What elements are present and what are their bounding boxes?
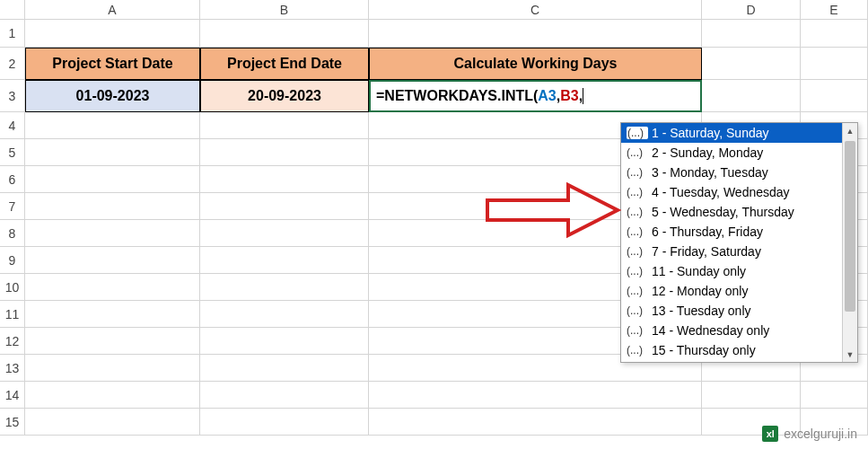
const-icon: (...) <box>627 304 648 317</box>
scroll-down-button[interactable]: ▼ <box>843 347 857 362</box>
column-header-D[interactable]: D <box>702 0 801 20</box>
dropdown-scrollbar[interactable]: ▲ ▼ <box>842 123 857 362</box>
dropdown-option-label: 6 - Thursday, Friday <box>652 224 763 239</box>
row-header-15[interactable]: 15 <box>0 409 25 436</box>
column-header-C[interactable]: C <box>369 0 702 20</box>
dropdown-option[interactable]: (...)4 - Tuesday, Wednesday <box>621 182 842 202</box>
dropdown-option-label: 14 - Wednesday only <box>652 323 769 338</box>
dropdown-option-label: 2 - Sunday, Monday <box>652 145 763 160</box>
column-header-A[interactable]: A <box>25 0 200 20</box>
cell-B6[interactable] <box>200 166 369 193</box>
cell-A11[interactable] <box>25 301 200 328</box>
header-project-start[interactable]: Project Start Date <box>25 48 200 80</box>
cell-C15[interactable] <box>369 409 702 436</box>
cell-A8[interactable] <box>25 220 200 247</box>
dropdown-option[interactable]: (...)6 - Thursday, Friday <box>621 222 842 242</box>
dropdown-option[interactable]: (...)15 - Thursday only <box>621 340 842 360</box>
cell-B5[interactable] <box>200 139 369 166</box>
dropdown-option[interactable]: (...)5 - Wednesday, Thursday <box>621 202 842 222</box>
cell-D2[interactable] <box>702 48 801 80</box>
cell-B1[interactable] <box>200 20 369 48</box>
row-header-6[interactable]: 6 <box>0 166 25 193</box>
cell-A15[interactable] <box>25 409 200 436</box>
dropdown-option-label: 12 - Monday only <box>652 284 748 298</box>
scroll-up-button[interactable]: ▲ <box>843 123 857 138</box>
cell-B14[interactable] <box>200 382 369 409</box>
cell-B11[interactable] <box>200 301 369 328</box>
watermark: xl excelguruji.in <box>762 426 857 442</box>
cell-A13[interactable] <box>25 355 200 382</box>
row-header-14[interactable]: 14 <box>0 382 25 409</box>
cell-D3[interactable] <box>702 80 801 112</box>
watermark-text: excelguruji.in <box>784 427 857 441</box>
row-header-11[interactable]: 11 <box>0 301 25 328</box>
header-project-end[interactable]: Project End Date <box>200 48 369 80</box>
dropdown-option-label: 11 - Sunday only <box>652 264 746 278</box>
row-header-2[interactable]: 2 <box>0 48 25 80</box>
cell-A10[interactable] <box>25 274 200 301</box>
cell-E1[interactable] <box>801 20 868 48</box>
cell-C1[interactable] <box>369 20 702 48</box>
row-header-1[interactable]: 1 <box>0 20 25 48</box>
cell-B9[interactable] <box>200 247 369 274</box>
cell-D14[interactable] <box>702 382 801 409</box>
cell-E3[interactable] <box>801 80 868 112</box>
cell-B8[interactable] <box>200 220 369 247</box>
cell-text: Calculate Working Days <box>454 56 618 72</box>
header-calc-working-days[interactable]: Calculate Working Days <box>369 48 702 80</box>
row-header-4[interactable]: 4 <box>0 112 25 139</box>
row-header-3[interactable]: 3 <box>0 80 25 112</box>
column-header-E[interactable]: E <box>801 0 868 20</box>
row-header-8[interactable]: 8 <box>0 220 25 247</box>
cell-A14[interactable] <box>25 382 200 409</box>
column-header-B[interactable]: B <box>200 0 369 20</box>
cell-A12[interactable] <box>25 328 200 355</box>
row-header-12[interactable]: 12 <box>0 328 25 355</box>
cell-E14[interactable] <box>801 382 868 409</box>
row-header-7[interactable]: 7 <box>0 193 25 220</box>
cell-A5[interactable] <box>25 139 200 166</box>
cell-B15[interactable] <box>200 409 369 436</box>
cell-B13[interactable] <box>200 355 369 382</box>
formula-ref-b: B3 <box>560 88 578 104</box>
weekend-param-dropdown: (...)1 - Saturday, Sunday(...)2 - Sunday… <box>620 122 858 363</box>
const-icon: (...) <box>627 146 648 159</box>
cell-A4[interactable] <box>25 112 200 139</box>
select-all-corner[interactable] <box>0 0 25 20</box>
formula-prefix: =NETWORKDAYS.INTL( <box>376 88 538 104</box>
dropdown-option[interactable]: (...)3 - Monday, Tuesday <box>621 163 842 182</box>
dropdown-option[interactable]: (...)1 - Saturday, Sunday <box>621 123 842 143</box>
cell-D1[interactable] <box>702 20 801 48</box>
dropdown-option[interactable]: (...)2 - Sunday, Monday <box>621 143 842 163</box>
cell-end-date[interactable]: 20-09-2023 <box>200 80 369 112</box>
row-header-13[interactable]: 13 <box>0 355 25 382</box>
cell-E2[interactable] <box>801 48 868 80</box>
const-icon: (...) <box>627 127 648 139</box>
dropdown-option[interactable]: (...)11 - Sunday only <box>621 261 842 281</box>
cell-text: Project Start Date <box>52 56 172 72</box>
scroll-thumb[interactable] <box>845 141 855 312</box>
cell-B12[interactable] <box>200 328 369 355</box>
row-header-9[interactable]: 9 <box>0 247 25 274</box>
cell-text: 20-09-2023 <box>248 88 321 104</box>
dropdown-option[interactable]: (...)13 - Tuesday only <box>621 301 842 321</box>
text-cursor <box>583 88 583 104</box>
cell-start-date[interactable]: 01-09-2023 <box>25 80 200 112</box>
cell-A6[interactable] <box>25 166 200 193</box>
cell-B7[interactable] <box>200 193 369 220</box>
dropdown-option[interactable]: (...)7 - Friday, Saturday <box>621 242 842 261</box>
cell-A7[interactable] <box>25 193 200 220</box>
cell-C14[interactable] <box>369 382 702 409</box>
cell-A9[interactable] <box>25 247 200 274</box>
row-header-5[interactable]: 5 <box>0 139 25 166</box>
dropdown-option[interactable]: (...)14 - Wednesday only <box>621 321 842 340</box>
dropdown-option[interactable]: (...)12 - Monday only <box>621 281 842 301</box>
row-header-10[interactable]: 10 <box>0 274 25 301</box>
cell-B4[interactable] <box>200 112 369 139</box>
cell-formula-input[interactable]: =NETWORKDAYS.INTL(A3,B3, <box>369 80 702 112</box>
const-icon: (...) <box>627 324 648 337</box>
dropdown-option-label: 3 - Monday, Tuesday <box>652 165 768 180</box>
const-icon: (...) <box>627 285 648 297</box>
cell-A1[interactable] <box>25 20 200 48</box>
cell-B10[interactable] <box>200 274 369 301</box>
